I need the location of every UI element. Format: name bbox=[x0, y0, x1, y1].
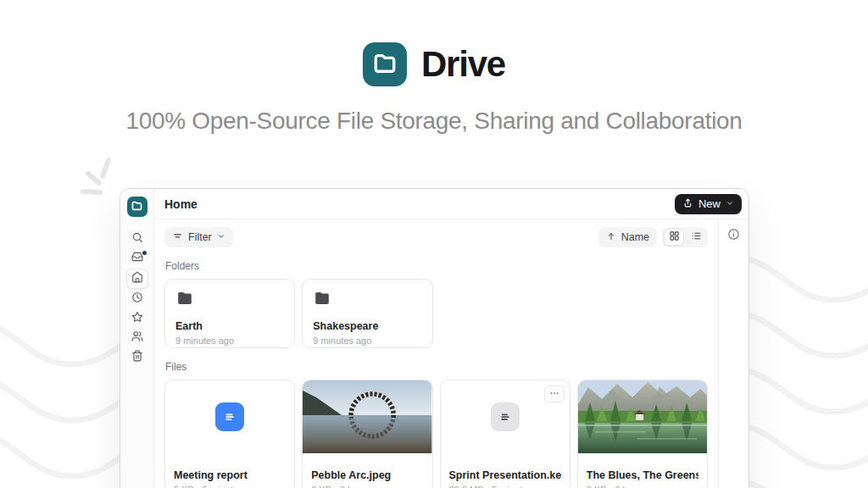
drive-folder-icon bbox=[371, 49, 398, 80]
info-icon bbox=[727, 228, 740, 243]
file-card-meeting-report[interactable]: Meeting report 5 KB · 5 minutes ago bbox=[164, 380, 295, 488]
upload-icon bbox=[682, 197, 693, 211]
sidebar-item-recent[interactable] bbox=[126, 290, 148, 308]
sidebar bbox=[120, 189, 154, 488]
folder-meta: 9 minutes ago bbox=[313, 336, 421, 346]
chevron-down-icon bbox=[726, 197, 734, 210]
view-toggle bbox=[662, 227, 708, 247]
folder-name: Shakespeare bbox=[313, 320, 421, 332]
sidebar-item-trash[interactable] bbox=[126, 348, 148, 367]
sidebar-nav bbox=[126, 230, 148, 367]
clock-icon bbox=[131, 291, 143, 307]
drive-folder-icon bbox=[131, 199, 143, 215]
section-title-folders: Folders bbox=[165, 260, 708, 272]
folder-icon bbox=[313, 296, 331, 310]
file-meta: 6 KB · 6 hours ago bbox=[311, 485, 423, 488]
folder-card-shakespeare[interactable]: Shakespeare 9 minutes ago bbox=[302, 279, 432, 348]
pebble-arc-photo bbox=[303, 380, 431, 453]
list-icon bbox=[691, 230, 702, 244]
file-menu-button[interactable] bbox=[544, 385, 565, 402]
sidebar-logo-button[interactable] bbox=[127, 197, 147, 217]
sparkle-decoration bbox=[76, 155, 124, 202]
new-button-label: New bbox=[698, 197, 721, 210]
file-meta: 5 KB · 5 minutes ago bbox=[174, 485, 286, 488]
filter-button[interactable]: Filter bbox=[164, 227, 233, 247]
file-meta: 28.9 MB · 5 minutes ago bbox=[449, 485, 561, 488]
folder-meta: 9 minutes ago bbox=[175, 336, 284, 346]
file-name: The Blues, The Greens.jpeg bbox=[587, 469, 698, 481]
toolbar: Filter bbox=[164, 227, 708, 247]
files-grid: Meeting report 5 KB · 5 minutes ago bbox=[164, 380, 708, 488]
file-thumbnail bbox=[441, 380, 570, 453]
drive-logo bbox=[363, 42, 407, 86]
toolbar-right: Name bbox=[598, 227, 708, 247]
folder-card-earth[interactable]: Earth 9 minutes ago bbox=[164, 279, 295, 348]
content-area: Filter bbox=[154, 219, 718, 488]
home-icon bbox=[131, 271, 143, 286]
star-icon bbox=[131, 311, 143, 326]
filter-label: Filter bbox=[188, 231, 212, 243]
notification-dot bbox=[142, 251, 147, 255]
file-name: Sprint Presentation.key bbox=[449, 469, 561, 481]
users-icon bbox=[131, 330, 143, 346]
file-thumbnail bbox=[578, 380, 707, 453]
grid-view-button[interactable] bbox=[664, 229, 684, 246]
file-card-the-blues-the-greens[interactable]: The Blues, The Greens.jpeg 9 KB · 6 hour… bbox=[577, 380, 708, 488]
new-button[interactable]: New bbox=[675, 194, 742, 214]
sidebar-item-shared[interactable] bbox=[126, 329, 148, 347]
search-icon bbox=[131, 231, 143, 247]
folder-name: Earth bbox=[175, 320, 284, 332]
file-card-sprint-presentation[interactable]: Sprint Presentation.key 28.9 MB · 5 minu… bbox=[440, 380, 570, 488]
file-thumbnail bbox=[165, 380, 294, 453]
inbox-icon bbox=[131, 251, 143, 266]
file-thumbnail bbox=[303, 380, 431, 453]
grid-icon bbox=[669, 230, 680, 244]
sort-label: Name bbox=[621, 231, 649, 243]
hero-section: Drive 100% Open-Source File Storage, Sha… bbox=[0, 42, 868, 135]
arrow-up-icon bbox=[606, 231, 616, 244]
tagline: 100% Open-Source File Storage, Sharing a… bbox=[0, 108, 868, 135]
app-name: Drive bbox=[421, 44, 505, 85]
sort-button[interactable]: Name bbox=[598, 227, 657, 247]
ellipsis-icon bbox=[549, 386, 559, 402]
app-window: Home New bbox=[120, 188, 749, 488]
sidebar-item-favorites[interactable] bbox=[126, 309, 148, 328]
wave-decoration-right bbox=[749, 229, 868, 488]
body-row: Filter bbox=[154, 219, 748, 488]
topbar: Home New bbox=[154, 189, 748, 219]
list-view-button[interactable] bbox=[686, 229, 706, 246]
filter-icon bbox=[172, 230, 183, 244]
trash-icon bbox=[131, 350, 143, 365]
sidebar-item-home[interactable] bbox=[126, 269, 148, 289]
page-title: Home bbox=[164, 197, 198, 211]
wave-decoration-left bbox=[0, 288, 120, 488]
document-icon bbox=[491, 402, 520, 431]
file-meta: 9 KB · 6 hours ago bbox=[587, 485, 698, 488]
folder-icon bbox=[175, 296, 194, 310]
sidebar-item-inbox[interactable] bbox=[126, 249, 148, 268]
right-rail bbox=[718, 219, 748, 488]
document-icon bbox=[215, 402, 244, 431]
file-name: Meeting report bbox=[174, 469, 286, 481]
folders-grid: Earth 9 minutes ago Shakespeare 9 minute… bbox=[164, 279, 708, 348]
info-button[interactable] bbox=[725, 226, 743, 245]
main-panel: Home New bbox=[154, 189, 748, 488]
sidebar-item-search[interactable] bbox=[126, 230, 148, 248]
chevron-down-icon bbox=[217, 231, 225, 243]
section-title-files: Files bbox=[165, 361, 708, 373]
mountain-lake-photo bbox=[578, 380, 707, 453]
file-card-pebble-arc[interactable]: Pebble Arc.jpeg 6 KB · 6 hours ago bbox=[302, 380, 432, 488]
file-name: Pebble Arc.jpeg bbox=[311, 469, 423, 481]
